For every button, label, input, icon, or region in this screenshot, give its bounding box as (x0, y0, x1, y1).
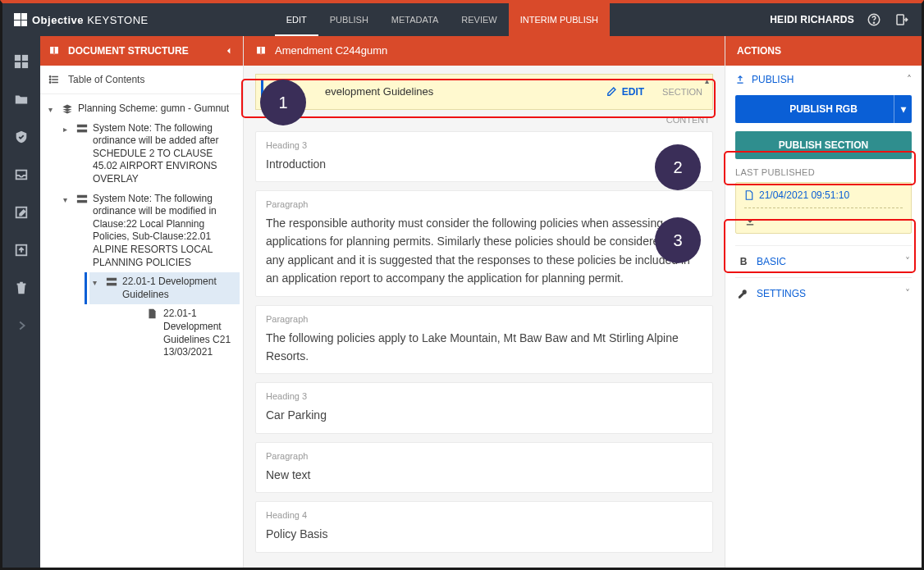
app-logo: Objective KEYSTONE (2, 13, 160, 26)
document-tree: ▾ Planning Scheme: gumn - Gumnut ▸ Syste… (40, 94, 243, 367)
rail-folder-icon[interactable] (14, 92, 29, 107)
download-button[interactable] (744, 215, 903, 226)
publish-row[interactable]: PUBLISH ˄ (735, 74, 912, 85)
block-content: Introduction (266, 155, 702, 173)
content-block[interactable]: Paragraph New text (255, 442, 713, 493)
chevron-down-icon: ˅ (905, 256, 910, 267)
tab-edit[interactable]: EDIT (275, 3, 318, 36)
svg-rect-6 (22, 62, 28, 68)
exit-icon[interactable] (894, 11, 910, 28)
content-block[interactable]: Heading 4 Policy Basis (255, 501, 713, 552)
content-label: CONTENT (258, 115, 710, 125)
svg-rect-17 (107, 283, 117, 286)
rail-inbox-icon[interactable] (14, 167, 29, 182)
publish-label: PUBLISH (752, 74, 794, 85)
tab-review[interactable]: REVIEW (450, 3, 508, 36)
collapse-left-icon[interactable] (223, 45, 235, 57)
caret-down-icon[interactable]: ▾ (48, 103, 57, 115)
section-icon (76, 193, 88, 205)
side-rail (2, 36, 40, 568)
section-icon (76, 122, 88, 135)
help-icon[interactable] (866, 11, 882, 28)
content-block[interactable]: Heading 3 Introduction (255, 131, 713, 182)
last-published-label: LAST PUBLISHED (735, 167, 912, 177)
tree-node-selected[interactable]: ▾ 22.01-1 Development Guidelines (89, 272, 240, 304)
block-content: New text (266, 466, 702, 484)
nav-tabs: EDIT PUBLISH METADATA REVIEW INTERIM PUB… (275, 3, 610, 36)
tree-node-b[interactable]: ▾ System Note: The following ordinance w… (60, 189, 240, 273)
tree-node-a-label: System Note: The following ordinance wil… (93, 122, 236, 186)
publish-rgb-label: PUBLISH RGB (789, 103, 858, 115)
tree-node-a[interactable]: ▸ System Note: The following ordinance w… (60, 119, 240, 189)
block-label: Paragraph (266, 199, 702, 209)
rail-shield-icon[interactable] (14, 130, 29, 144)
user-name: HEIDI RICHARDS (770, 14, 854, 25)
logo-glyph (14, 13, 27, 26)
block-label: Heading 3 (266, 391, 702, 401)
block-content: Car Parking (266, 406, 702, 424)
rail-collapse-icon[interactable] (14, 318, 29, 333)
left-panel-header: DOCUMENT STRUCTURE (40, 36, 243, 66)
edit-button[interactable]: EDIT (606, 86, 644, 98)
block-label: Paragraph (266, 314, 702, 324)
caret-right-icon[interactable]: ▸ (63, 122, 71, 135)
logo-text: Objective KEYSTONE (32, 14, 149, 26)
block-content: The responsible authority must consider … (266, 214, 702, 288)
tree-node-b-label: System Note: The following ordinance wil… (93, 193, 236, 270)
tab-interim-publish[interactable]: INTERIM PUBLISH (509, 3, 610, 36)
basic-label: BASIC (757, 256, 786, 267)
tab-publish[interactable]: PUBLISH (318, 3, 380, 36)
publish-section-button[interactable]: PUBLISH SECTION (735, 131, 912, 159)
settings-row[interactable]: SETTINGS ˅ (735, 277, 912, 309)
tree-node-selected-label: 22.01-1 Development Guidelines (122, 276, 236, 301)
svg-point-10 (49, 79, 50, 80)
top-bar: Objective KEYSTONE EDIT PUBLISH METADATA… (2, 3, 922, 36)
pencil-icon (606, 86, 617, 98)
svg-rect-12 (77, 124, 87, 127)
rail-dashboard-icon[interactable] (14, 54, 29, 69)
content-block[interactable]: Paragraph The responsible authority must… (255, 190, 713, 297)
svg-rect-2 (897, 15, 903, 25)
publish-rgb-button[interactable]: PUBLISH RGB ▾ (735, 95, 912, 123)
book-icon (48, 45, 60, 57)
svg-rect-3 (15, 55, 21, 61)
caret-down-icon[interactable]: ▾ (63, 193, 71, 205)
left-panel-title: DOCUMENT STRUCTURE (68, 45, 189, 57)
caret-down-icon[interactable]: ▾ (93, 276, 101, 288)
bold-b-icon: B (737, 256, 750, 267)
rail-export-icon[interactable] (14, 243, 29, 258)
collapse-section-icon[interactable]: ▴ (705, 76, 709, 85)
stack-icon (62, 103, 73, 115)
svg-rect-16 (107, 278, 117, 281)
rail-edit-box-icon[interactable] (14, 205, 29, 220)
last-published-time: 21/04/2021 09:51:10 (759, 189, 849, 201)
block-content: The following policies apply to Lake Mou… (266, 329, 702, 366)
basic-row[interactable]: B BASIC ˅ (735, 245, 912, 277)
svg-point-9 (49, 76, 50, 77)
upload-icon (735, 75, 745, 84)
chevron-up-icon: ˄ (907, 74, 912, 85)
doc-icon (147, 308, 158, 319)
rail-trash-icon[interactable] (14, 280, 29, 295)
last-published-box: 21/04/2021 09:51:10 (735, 182, 912, 234)
section-badge: SECTION (662, 87, 702, 97)
svg-rect-4 (22, 55, 28, 61)
topbar-right: HEIDI RICHARDS (770, 11, 922, 28)
publish-rgb-dropdown[interactable]: ▾ (894, 95, 912, 123)
logo-light: KEYSTONE (87, 14, 149, 26)
download-icon (744, 215, 756, 226)
svg-rect-15 (77, 199, 87, 203)
toc-label: Table of Contents (68, 74, 144, 85)
svg-rect-5 (15, 62, 21, 68)
center-body: evelopment Guidelines EDIT SECTION ▴ CON… (244, 66, 725, 568)
tab-metadata[interactable]: METADATA (380, 3, 450, 36)
book-icon (255, 45, 267, 57)
tree-root[interactable]: ▾ Planning Scheme: gumn - Gumnut (45, 99, 240, 119)
content-block[interactable]: Heading 3 Car Parking (255, 382, 713, 433)
tree-node-c-label: 22.01-1 Development Guidelines C21 13/03… (163, 308, 236, 358)
content-block[interactable]: Paragraph The following policies apply t… (255, 305, 713, 375)
block-label: Paragraph (266, 451, 702, 461)
actions-panel: PUBLISH ˄ PUBLISH RGB ▾ PUBLISH SECTION … (725, 66, 922, 317)
tree-node-c[interactable]: ▸ 22.01-1 Development Guidelines C21 13/… (130, 304, 240, 362)
publish-section-label: PUBLISH SECTION (779, 139, 868, 151)
